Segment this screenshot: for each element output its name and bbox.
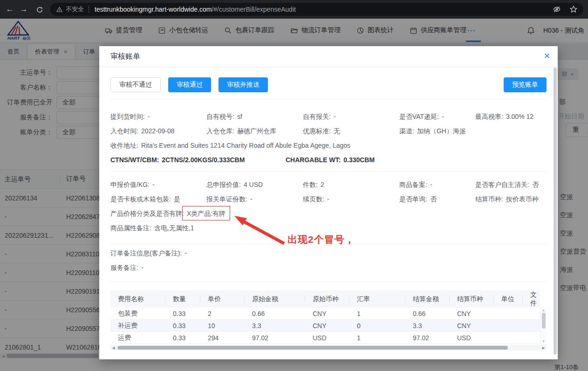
- field-value: -: [430, 181, 432, 188]
- field-value: 4 USD: [244, 181, 263, 188]
- fee-cell: CNY: [305, 320, 349, 332]
- fee-cell: 2: [200, 308, 245, 320]
- scrollbar-thumb[interactable]: [117, 346, 508, 350]
- fee-row[interactable]: 补运费0.33103.3CNY03.3CNY: [110, 320, 540, 332]
- field-label: 是否单询:: [399, 195, 427, 203]
- section-divider: [110, 282, 547, 282]
- field: 是否客户自主清关:否: [475, 178, 547, 192]
- fee-table: 费用名称数量单价原始金额原始币种汇率结算金额结算币种单位文件包装费0.3320.…: [110, 290, 547, 344]
- url-host: testtrunkbookingmgr.hart-worldwide.com: [95, 6, 212, 13]
- fee-cell: 10: [200, 320, 245, 332]
- scroll-right-arrow-icon[interactable]: ▶: [540, 346, 547, 350]
- info-row: 申报价值/KG:-总申报价值:4 USD件数:2商品备案:-是否客户自主清关:否: [110, 178, 547, 192]
- modal-title: 审核账单: [110, 52, 140, 62]
- field-value: 2: [321, 181, 324, 188]
- field: 是否单询:否: [399, 192, 475, 206]
- field: 是否卡板或木箱包装:是: [110, 192, 206, 206]
- fee-column-header: 结算币种: [450, 290, 494, 308]
- field: 商品备案:-: [399, 178, 475, 192]
- fee-column-header: 费用名称: [110, 290, 165, 308]
- audit-approve-button[interactable]: 审核通过: [168, 77, 211, 92]
- bookmark-star-icon[interactable]: [569, 5, 578, 14]
- fee-table-vertical-scrollbar[interactable]: ▲ ▼: [540, 308, 547, 344]
- fee-cell: 补运费: [110, 320, 165, 332]
- field-value: 是: [174, 195, 180, 203]
- field: 结算币种:按价表币种: [475, 192, 547, 206]
- browser-forward-icon[interactable]: →: [17, 5, 31, 14]
- field: 产品价格分类及是否有牌:X类产品:有牌: [110, 206, 547, 221]
- section-divider: [110, 99, 547, 99]
- fee-row[interactable]: 运费0.3329497.02USD197.02USD: [110, 332, 540, 344]
- field: 续页数:-: [303, 192, 399, 206]
- password-eye-off-icon[interactable]: [553, 5, 561, 14]
- field-value: 2CTNS/2.00KGS/0.333CBM: [162, 156, 245, 164]
- field-value: 0.330CBM: [343, 156, 375, 164]
- preview-bill-button[interactable]: 预览账单: [504, 77, 547, 92]
- fee-cell: 0.33: [165, 332, 200, 344]
- field-value: -: [185, 249, 187, 257]
- fee-column-header: 文件: [523, 290, 540, 308]
- highlighted-field-value: X类产品:有牌: [187, 210, 226, 217]
- fee-cell: [523, 308, 540, 320]
- audit-bill-modal: 审核账单 ✕ 审核不通过 审核通过 审核并推送 预览账单 提到货时间:-自有税号…: [99, 46, 558, 359]
- field: 报关单证份数:-: [206, 192, 303, 206]
- field-value: -: [152, 181, 155, 188]
- field: 优惠标准:无: [303, 124, 399, 138]
- field-label: 订单备注信息(客户备注):: [110, 249, 182, 257]
- field: CTNS/WT/CBM:2CTNS/2.00KGS/0.333CBM: [110, 153, 286, 167]
- fee-cell: [494, 308, 523, 320]
- scroll-down-arrow-icon[interactable]: ▼: [542, 339, 546, 344]
- field-value: -: [327, 195, 329, 203]
- scroll-up-arrow-icon[interactable]: ▲: [542, 308, 546, 312]
- browser-address-bar[interactable]: 不安全 testtrunkbookingmgr.hart-worldwide.c…: [50, 3, 583, 16]
- field: 最高税率:3.00% 12: [475, 110, 547, 124]
- fee-column-header: 单位: [494, 290, 523, 308]
- fee-cell: 0.66: [405, 308, 450, 320]
- field: 自有税号:sf: [206, 110, 303, 124]
- info-row: 是否卡板或木箱包装:是报关单证份数:-续页数:-是否单询:否结算币种:按价表币种: [110, 192, 547, 206]
- field: 申报价值/KG:-: [110, 178, 206, 192]
- field-label: 服务备注:: [110, 264, 138, 271]
- fee-column-header: 单价: [200, 290, 245, 308]
- fee-cell: CNY: [450, 320, 494, 332]
- url-path: /#/customerBill/expenseAudit: [212, 6, 296, 13]
- section-divider: [110, 171, 547, 172]
- fee-cell: [523, 332, 540, 344]
- scrollbar-thumb[interactable]: [542, 313, 546, 329]
- info-row: CTNS/WT/CBM:2CTNS/2.00KGS/0.333CBMCHARGA…: [110, 153, 547, 167]
- scroll-left-arrow-icon[interactable]: ◀: [110, 346, 116, 350]
- browser-back-icon[interactable]: ←: [3, 5, 17, 14]
- field-label: 渠道:: [399, 127, 414, 135]
- field: 收件地址:Rita's Event and Suites 1214 Charit…: [110, 138, 547, 153]
- field-label: 产品价格分类及是否有牌:: [110, 210, 184, 217]
- fee-row[interactable]: 包装费0.3320.66CNY10.66CNY: [110, 308, 540, 320]
- field: 入仓时间:2022-09-08: [110, 124, 206, 138]
- field-value: 否: [430, 195, 437, 203]
- fee-column-header: 原始金额: [245, 290, 305, 308]
- audit-approve-push-button[interactable]: 审核并推送: [219, 77, 268, 92]
- field-value: -: [334, 113, 336, 120]
- browser-chrome: ← → 不安全 testtrunkbookingmgr.hart-worldwi…: [0, 0, 588, 19]
- field-value: 否: [532, 181, 539, 188]
- field-label: 商品属性备注:: [110, 224, 151, 232]
- browser-reload-icon[interactable]: [33, 5, 47, 14]
- field-label: 提到货时间:: [110, 113, 145, 120]
- security-warning-icon: [56, 6, 63, 13]
- fee-cell: 97.02: [245, 332, 305, 344]
- fee-table-horizontal-scrollbar[interactable]: ◀ ▶: [110, 345, 547, 350]
- field: 总申报价值:4 USD: [206, 178, 303, 192]
- field-label: 自有报关:: [303, 113, 331, 120]
- modal-scrollbar[interactable]: [554, 68, 557, 355]
- annotation-arrow: [231, 212, 291, 249]
- modal-close-icon[interactable]: ✕: [544, 51, 550, 61]
- audit-reject-button[interactable]: 审核不通过: [110, 77, 161, 92]
- fee-cell: CNY: [305, 308, 349, 320]
- fee-cell: 97.02: [405, 332, 450, 344]
- fee-column-header: 汇率: [349, 290, 405, 308]
- omnibox-divider: [89, 6, 89, 13]
- fee-cell: 0.33: [165, 308, 200, 320]
- fee-cell: USD: [450, 332, 494, 344]
- fee-column-header: 数量: [165, 290, 200, 308]
- fee-cell: [494, 332, 523, 344]
- field-label: 结算币种:: [475, 195, 503, 203]
